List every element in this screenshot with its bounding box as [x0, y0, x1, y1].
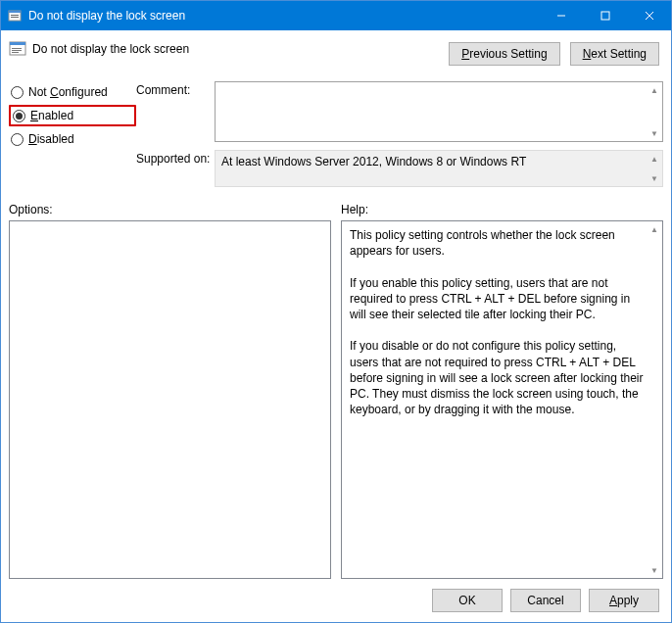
scroll-down-icon[interactable]: ▼	[647, 562, 662, 578]
scrollbar[interactable]: ▲ ▼	[647, 221, 662, 578]
policy-header-icon	[9, 40, 26, 58]
scroll-down-icon[interactable]: ▼	[647, 125, 662, 141]
options-label: Options:	[9, 203, 331, 216]
config-row: Not Configured Enabled Disabled Comment:…	[9, 81, 663, 195]
radio-disabled[interactable]: Disabled	[9, 128, 136, 150]
supported-field: Supported on: At least Windows Server 20…	[136, 150, 663, 187]
footer-buttons: OK Cancel Apply	[9, 579, 663, 614]
apply-button[interactable]: Apply	[589, 589, 659, 612]
svg-rect-1	[9, 11, 21, 13]
next-setting-button[interactable]: Next Setting	[570, 42, 659, 66]
scroll-up-icon: ▲	[647, 151, 662, 167]
panel-labels: Options: Help:	[9, 203, 663, 216]
scroll-up-icon[interactable]: ▲	[647, 82, 662, 98]
radio-icon	[13, 110, 25, 122]
svg-rect-5	[601, 12, 609, 20]
scrollbar[interactable]: ▲ ▼	[647, 82, 662, 141]
supported-box: At least Windows Server 2012, Windows 8 …	[215, 150, 663, 187]
supported-text: At least Windows Server 2012, Windows 8 …	[221, 155, 526, 168]
radio-not-configured[interactable]: Not Configured	[9, 81, 136, 103]
scrollbar: ▲ ▼	[647, 151, 662, 186]
svg-rect-9	[10, 42, 25, 45]
header-row: Do not display the lock screen Previous …	[9, 40, 663, 66]
svg-rect-3	[11, 17, 19, 18]
svg-rect-10	[12, 48, 22, 49]
policy-editor-window: Do not display the lock screen	[0, 0, 672, 623]
ok-button[interactable]: OK	[432, 589, 503, 612]
radio-icon	[11, 133, 24, 146]
scroll-up-icon[interactable]: ▲	[647, 221, 662, 237]
comment-label: Comment:	[136, 81, 215, 97]
right-fields: Comment: ▲ ▼ Supported on: At least Wind…	[136, 81, 663, 195]
radio-label: Enabled	[30, 109, 73, 122]
radio-enabled[interactable]: Enabled	[9, 105, 136, 126]
supported-label: Supported on:	[136, 150, 215, 166]
radio-label: Disabled	[28, 132, 74, 146]
svg-rect-2	[11, 15, 19, 16]
radio-label: Not Configured	[28, 85, 108, 99]
close-button[interactable]	[627, 1, 671, 30]
options-panel[interactable]	[9, 220, 331, 579]
comment-field: Comment: ▲ ▼	[136, 81, 663, 142]
policy-icon	[7, 8, 23, 24]
help-panel: This policy setting controls whether the…	[341, 220, 663, 579]
cancel-button[interactable]: Cancel	[510, 589, 581, 612]
comment-input[interactable]: ▲ ▼	[215, 81, 663, 142]
window-buttons	[539, 1, 671, 30]
nav-buttons: Previous Setting Next Setting	[449, 42, 659, 66]
maximize-button[interactable]	[583, 1, 627, 30]
window-title: Do not display the lock screen	[28, 9, 539, 23]
help-label: Help:	[341, 203, 663, 216]
scroll-down-icon: ▼	[647, 170, 662, 186]
policy-title: Do not display the lock screen	[32, 42, 189, 56]
content-area: Do not display the lock screen Previous …	[1, 30, 671, 622]
radio-group: Not Configured Enabled Disabled	[9, 81, 136, 195]
radio-icon	[11, 86, 24, 99]
svg-rect-11	[12, 50, 22, 51]
svg-rect-12	[12, 52, 19, 53]
help-text: This policy setting controls whether the…	[342, 221, 662, 423]
panels: This policy setting controls whether the…	[9, 220, 663, 579]
previous-setting-button[interactable]: Previous Setting	[449, 42, 559, 66]
titlebar[interactable]: Do not display the lock screen	[1, 1, 671, 30]
header-left: Do not display the lock screen	[9, 40, 449, 58]
minimize-button[interactable]	[539, 1, 583, 30]
